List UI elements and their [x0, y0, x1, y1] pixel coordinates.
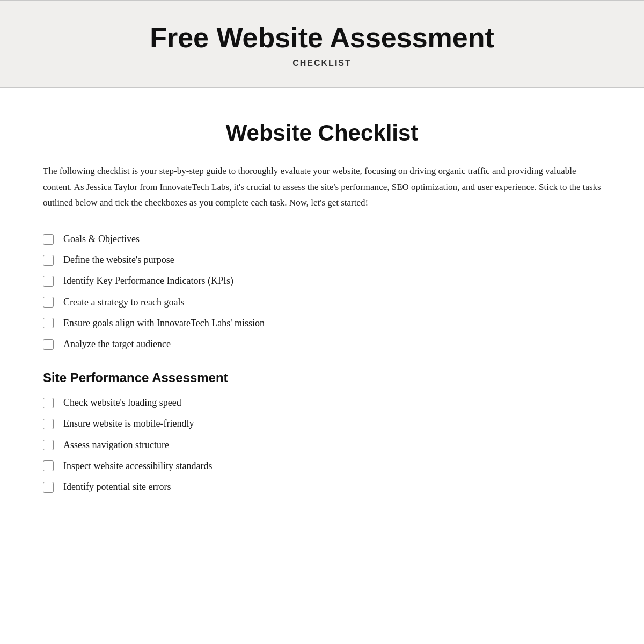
checkbox[interactable] [43, 339, 54, 350]
checklist-section-0: Goals & ObjectivesDefine the website's p… [43, 232, 601, 351]
checklist-item-label: Identify potential site errors [63, 480, 171, 494]
checklist-item-label: Ensure goals align with InnovateTech Lab… [63, 317, 265, 330]
checklist-container: Goals & ObjectivesDefine the website's p… [43, 232, 601, 494]
checkbox[interactable] [43, 398, 54, 408]
checklist-item[interactable]: Goals & Objectives [43, 232, 601, 246]
checklist-item-label: Analyze the target audience [63, 338, 171, 351]
checklist-item-label: Identify Key Performance Indicators (KPI… [63, 274, 233, 288]
main-content: Website Checklist The following checklis… [0, 88, 644, 545]
checklist-item[interactable]: Identify Key Performance Indicators (KPI… [43, 274, 601, 288]
checkbox[interactable] [43, 482, 54, 493]
header-subtitle: CHECKLIST [43, 58, 601, 68]
checklist-item-label: Goals & Objectives [63, 232, 140, 246]
page-header: Free Website Assessment CHECKLIST [0, 0, 644, 88]
checkbox[interactable] [43, 234, 54, 245]
checkbox[interactable] [43, 255, 54, 266]
checklist-item-label: Inspect website accessibility standards [63, 459, 212, 473]
checklist-item[interactable]: Ensure goals align with InnovateTech Lab… [43, 317, 601, 330]
checklist-item-label: Ensure website is mobile-friendly [63, 417, 194, 430]
page-title: Website Checklist [43, 120, 601, 146]
checklist-item[interactable]: Define the website's purpose [43, 253, 601, 267]
section-title-1: Site Performance Assessment [43, 370, 601, 385]
checklist-item[interactable]: Inspect website accessibility standards [43, 459, 601, 473]
checklist-item-label: Create a strategy to reach goals [63, 296, 184, 309]
checkbox[interactable] [43, 440, 54, 450]
checklist-item[interactable]: Ensure website is mobile-friendly [43, 417, 601, 430]
checkbox[interactable] [43, 318, 54, 328]
checklist-item-label: Define the website's purpose [63, 253, 174, 267]
checklist-section-1: Site Performance AssessmentCheck website… [43, 370, 601, 494]
checklist-item[interactable]: Analyze the target audience [43, 338, 601, 351]
checklist-item[interactable]: Assess navigation structure [43, 438, 601, 452]
checkbox[interactable] [43, 297, 54, 308]
checklist-item[interactable]: Identify potential site errors [43, 480, 601, 494]
checklist-item-label: Check website's loading speed [63, 396, 181, 409]
checkbox[interactable] [43, 419, 54, 429]
checklist-item-label: Assess navigation structure [63, 438, 169, 452]
header-title: Free Website Assessment [43, 22, 601, 54]
checklist-item[interactable]: Check website's loading speed [43, 396, 601, 409]
checklist-item[interactable]: Create a strategy to reach goals [43, 296, 601, 309]
checkbox[interactable] [43, 460, 54, 471]
intro-text: The following checklist is your step-by-… [43, 163, 601, 211]
checkbox[interactable] [43, 276, 54, 287]
